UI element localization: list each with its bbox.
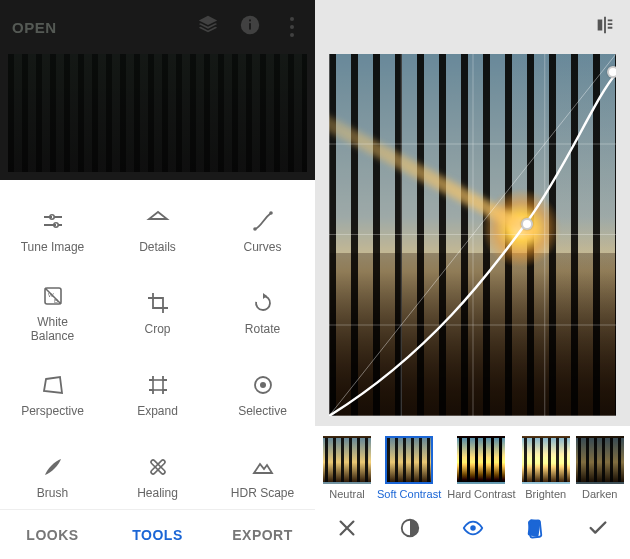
preset-thumb (522, 436, 570, 484)
right-top-bar (315, 0, 630, 54)
rotate-icon (249, 289, 277, 317)
left-top-bar: OPEN (0, 0, 315, 54)
tool-label: Crop (144, 323, 170, 337)
tool-white-balance[interactable]: WBWhite Balance (0, 272, 105, 354)
tab-looks[interactable]: LOOKS (0, 510, 105, 559)
tool-label: White Balance (31, 316, 74, 344)
tool-crop[interactable]: Crop (105, 272, 210, 354)
perspective-icon (39, 371, 67, 399)
preset-brighten[interactable]: Brighten (522, 436, 570, 500)
tune-image-icon (39, 207, 67, 235)
curves-editor-pane: NeutralSoft ContrastHard ContrastBrighte… (315, 0, 630, 559)
selective-icon (249, 371, 277, 399)
layers-icon[interactable] (197, 14, 219, 40)
compare-icon[interactable] (594, 14, 616, 40)
tool-healing[interactable]: Healing (105, 436, 210, 518)
preset-darken[interactable]: Darken (576, 436, 624, 500)
tool-label: Expand (137, 405, 178, 419)
tool-curves[interactable]: Curves (210, 190, 315, 272)
svg-point-17 (470, 525, 476, 531)
tab-export[interactable]: EXPORT (210, 510, 315, 559)
preset-label: Hard Contrast (447, 488, 515, 500)
overflow-menu-icon[interactable] (281, 16, 303, 38)
svg-rect-14 (150, 459, 166, 475)
preset-label: Neutral (329, 488, 364, 500)
preset-label: Darken (582, 488, 617, 500)
tool-rotate[interactable]: Rotate (210, 272, 315, 354)
svg-point-5 (253, 227, 257, 231)
channel-icon[interactable] (396, 514, 424, 542)
svg-text:B: B (54, 298, 58, 304)
card-icon[interactable] (521, 514, 549, 542)
tools-pane: OPEN Tune ImageDetailsCurvesWBWhite Bala… (0, 0, 315, 559)
tool-details[interactable]: Details (105, 190, 210, 272)
tool-label: Healing (137, 487, 178, 501)
canvas-wrap (315, 54, 630, 426)
preset-thumb (385, 436, 433, 484)
svg-rect-1 (249, 23, 251, 29)
image-preview-area: OPEN (0, 0, 315, 180)
preset-soft-contrast[interactable]: Soft Contrast (377, 436, 441, 500)
svg-point-6 (269, 211, 273, 215)
preset-hard-contrast[interactable]: Hard Contrast (447, 436, 515, 500)
tab-tools[interactable]: TOOLS (105, 510, 210, 559)
tool-expand[interactable]: Expand (105, 354, 210, 436)
healing-icon (144, 453, 172, 481)
preset-thumb (576, 436, 624, 484)
info-icon[interactable] (239, 14, 261, 40)
open-button[interactable]: OPEN (12, 19, 187, 36)
tool-label: Selective (238, 405, 287, 419)
top-bar-actions (197, 14, 303, 40)
preset-label: Soft Contrast (377, 488, 441, 500)
svg-rect-13 (150, 459, 166, 475)
expand-icon (144, 371, 172, 399)
tool-label: Curves (243, 241, 281, 255)
tool-label: Perspective (21, 405, 84, 419)
tool-selective[interactable]: Selective (210, 354, 315, 436)
tool-label: Brush (37, 487, 68, 501)
svg-point-12 (260, 382, 266, 388)
tool-perspective[interactable]: Perspective (0, 354, 105, 436)
tool-label: Tune Image (21, 241, 85, 255)
tool-label: HDR Scape (231, 487, 294, 501)
tool-brush[interactable]: Brush (0, 436, 105, 518)
bottom-tabs: LOOKSTOOLSEXPORT (0, 509, 315, 559)
preset-row: NeutralSoft ContrastHard ContrastBrighte… (315, 426, 630, 500)
hdr-scape-icon (249, 453, 277, 481)
preset-thumb (323, 436, 371, 484)
tool-tune-image[interactable]: Tune Image (0, 190, 105, 272)
preset-neutral[interactable]: Neutral (323, 436, 371, 500)
white-balance-icon: WB (39, 282, 67, 310)
confirm-icon[interactable] (584, 514, 612, 542)
image-canvas[interactable] (329, 54, 616, 416)
tool-label: Rotate (245, 323, 280, 337)
eye-icon[interactable] (459, 514, 487, 542)
curve-handle-mid[interactable] (521, 218, 533, 230)
action-row (315, 500, 630, 554)
preset-label: Brighten (525, 488, 566, 500)
tools-grid: Tune ImageDetailsCurvesWBWhite BalanceCr… (0, 180, 315, 518)
svg-rect-2 (249, 20, 251, 22)
details-icon (144, 207, 172, 235)
tool-label: Details (139, 241, 176, 255)
tool-hdr-scape[interactable]: HDR Scape (210, 436, 315, 518)
main-image-thumb[interactable] (8, 54, 307, 172)
brush-icon (39, 453, 67, 481)
svg-rect-10 (153, 380, 163, 390)
close-icon[interactable] (333, 514, 361, 542)
crop-icon (144, 289, 172, 317)
preset-thumb (457, 436, 505, 484)
curve-handle-top[interactable] (607, 66, 616, 78)
curves-icon (249, 207, 277, 235)
